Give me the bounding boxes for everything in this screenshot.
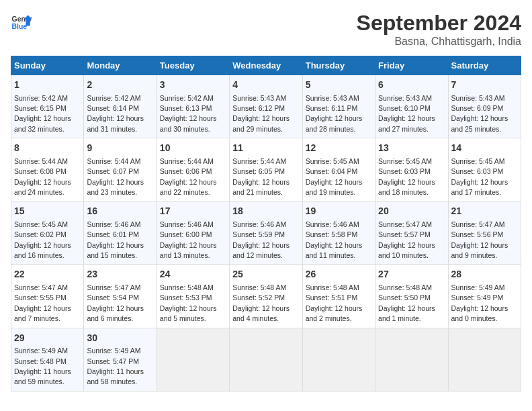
- day-cell: 28 Sunrise: 5:49 AMSunset: 5:49 PMDaylig…: [448, 265, 521, 328]
- header-row: Sunday Monday Tuesday Wednesday Thursday…: [11, 56, 521, 75]
- day-cell: 26 Sunrise: 5:48 AMSunset: 5:51 PMDaylig…: [302, 265, 375, 328]
- page-header: General Blue September 2024 Basna, Chhat…: [11, 11, 521, 48]
- col-sunday: Sunday: [11, 56, 84, 75]
- empty-cell: [448, 328, 521, 391]
- empty-cell: [375, 328, 448, 391]
- day-cell: 30 Sunrise: 5:49 AMSunset: 5:47 PMDaylig…: [84, 328, 157, 391]
- day-cell: 29 Sunrise: 5:49 AMSunset: 5:48 PMDaylig…: [11, 328, 84, 391]
- day-cell: 10 Sunrise: 5:44 AMSunset: 6:06 PMDaylig…: [157, 138, 229, 201]
- logo-icon: General Blue: [11, 11, 32, 32]
- day-cell: 18 Sunrise: 5:46 AMSunset: 5:59 PMDaylig…: [230, 201, 302, 265]
- day-cell: 19 Sunrise: 5:46 AMSunset: 5:58 PMDaylig…: [302, 201, 375, 265]
- day-cell: 17 Sunrise: 5:46 AMSunset: 6:00 PMDaylig…: [157, 201, 229, 265]
- day-cell: 7 Sunrise: 5:43 AMSunset: 6:09 PMDayligh…: [448, 75, 521, 138]
- logo: General Blue: [11, 11, 32, 32]
- table-row: 15 Sunrise: 5:45 AMSunset: 6:02 PMDaylig…: [11, 201, 521, 265]
- day-cell: 23 Sunrise: 5:47 AMSunset: 5:54 PMDaylig…: [84, 265, 157, 328]
- day-cell: 16 Sunrise: 5:46 AMSunset: 6:01 PMDaylig…: [84, 201, 157, 265]
- col-tuesday: Tuesday: [157, 56, 229, 75]
- day-cell: 22 Sunrise: 5:47 AMSunset: 5:55 PMDaylig…: [11, 265, 84, 328]
- table-row: 8 Sunrise: 5:44 AMSunset: 6:08 PMDayligh…: [11, 138, 521, 201]
- day-cell: 14 Sunrise: 5:45 AMSunset: 6:03 PMDaylig…: [448, 138, 521, 201]
- empty-cell: [230, 328, 302, 391]
- day-cell: 20 Sunrise: 5:47 AMSunset: 5:57 PMDaylig…: [375, 201, 448, 265]
- day-cell: 24 Sunrise: 5:48 AMSunset: 5:53 PMDaylig…: [157, 265, 229, 328]
- month-title: September 2024: [357, 11, 521, 36]
- day-cell: 15 Sunrise: 5:45 AMSunset: 6:02 PMDaylig…: [11, 201, 84, 265]
- table-row: 29 Sunrise: 5:49 AMSunset: 5:48 PMDaylig…: [11, 328, 521, 391]
- svg-text:Blue: Blue: [12, 23, 28, 30]
- day-cell: 8 Sunrise: 5:44 AMSunset: 6:08 PMDayligh…: [11, 138, 84, 201]
- day-cell: 27 Sunrise: 5:48 AMSunset: 5:50 PMDaylig…: [375, 265, 448, 328]
- day-cell: 21 Sunrise: 5:47 AMSunset: 5:56 PMDaylig…: [448, 201, 521, 265]
- col-wednesday: Wednesday: [230, 56, 302, 75]
- day-cell: 11 Sunrise: 5:44 AMSunset: 6:05 PMDaylig…: [230, 138, 302, 201]
- day-cell: 12 Sunrise: 5:45 AMSunset: 6:04 PMDaylig…: [302, 138, 375, 201]
- empty-cell: [157, 328, 229, 391]
- col-monday: Monday: [84, 56, 157, 75]
- table-row: 1 Sunrise: 5:42 AMSunset: 6:15 PMDayligh…: [11, 75, 521, 138]
- day-cell: 6 Sunrise: 5:43 AMSunset: 6:10 PMDayligh…: [375, 75, 448, 138]
- day-cell: 3 Sunrise: 5:42 AMSunset: 6:13 PMDayligh…: [157, 75, 229, 138]
- day-cell: 9 Sunrise: 5:44 AMSunset: 6:07 PMDayligh…: [84, 138, 157, 201]
- calendar-table: Sunday Monday Tuesday Wednesday Thursday…: [11, 56, 521, 392]
- col-friday: Friday: [375, 56, 448, 75]
- day-cell: 13 Sunrise: 5:45 AMSunset: 6:03 PMDaylig…: [375, 138, 448, 201]
- day-cell: 1 Sunrise: 5:42 AMSunset: 6:15 PMDayligh…: [11, 75, 84, 138]
- day-cell: 25 Sunrise: 5:48 AMSunset: 5:52 PMDaylig…: [230, 265, 302, 328]
- table-row: 22 Sunrise: 5:47 AMSunset: 5:55 PMDaylig…: [11, 265, 521, 328]
- col-thursday: Thursday: [302, 56, 375, 75]
- day-cell: 4 Sunrise: 5:43 AMSunset: 6:12 PMDayligh…: [230, 75, 302, 138]
- empty-cell: [302, 328, 375, 391]
- day-cell: 5 Sunrise: 5:43 AMSunset: 6:11 PMDayligh…: [302, 75, 375, 138]
- title-block: September 2024 Basna, Chhattisgarh, Indi…: [357, 11, 521, 48]
- day-cell: 2 Sunrise: 5:42 AMSunset: 6:14 PMDayligh…: [84, 75, 157, 138]
- location: Basna, Chhattisgarh, India: [357, 36, 521, 48]
- col-saturday: Saturday: [448, 56, 521, 75]
